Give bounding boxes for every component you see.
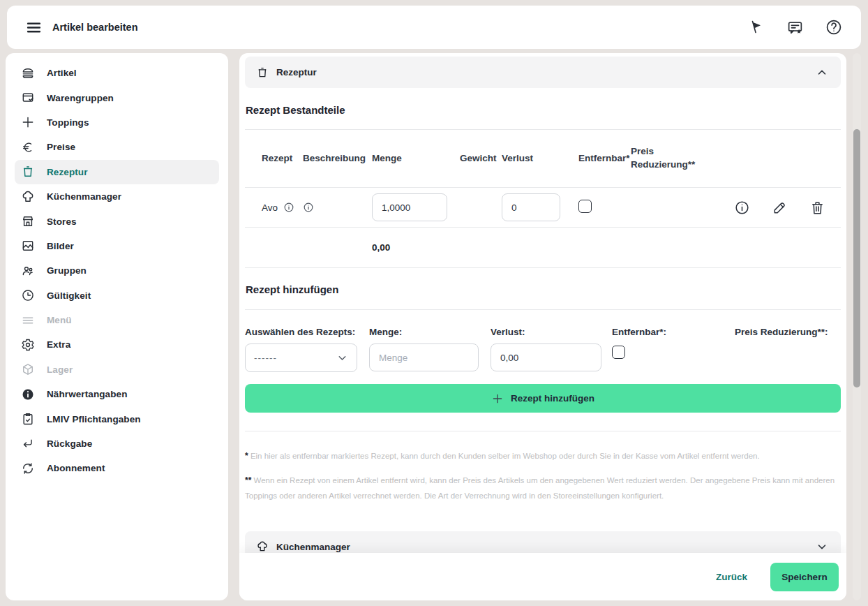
rezept-select-label: Auswählen des Rezepts: [245,327,369,337]
sidebar-item-abonnement[interactable]: Abonnement [15,456,219,480]
add-recipe-button[interactable]: Rezept hinzufügen [245,384,841,413]
sidebar-item-label: Bilder [47,241,74,251]
sidebar-item-label: Küchenmanager [47,191,121,202]
menge-form-input[interactable] [369,343,479,371]
help-icon[interactable] [825,18,843,36]
sidebar-item-rezeptur[interactable]: Rezeptur [15,160,219,184]
verlust-input[interactable] [502,193,560,221]
sidebar: Artikel Warengruppen Toppings Preise Rez… [6,53,228,600]
plus-icon [491,392,504,405]
hamburger-menu-icon[interactable] [25,19,43,36]
menge-field-label: Menge: [369,327,491,337]
sidebar-item-label: Toppings [47,117,89,128]
store-icon [21,214,35,228]
sidebar-item-label: Lager [47,364,73,375]
edit-pencil-icon[interactable] [772,200,788,216]
section-title-hinzufuegen: Rezept hinzufügen [245,283,841,295]
section-title-bestandteile: Rezept Bestandteile [245,104,841,116]
sidebar-item-gruppen[interactable]: Gruppen [15,258,219,283]
recipe-table-row: Avo [245,187,841,228]
sidebar-item-kuechenmanager[interactable]: Küchenmanager [15,184,219,209]
sidebar-item-label: Gültigkeit [47,290,91,301]
sidebar-item-label: Preise [47,142,75,152]
preis-field-label: Preis Reduzierung**: [735,327,841,337]
sidebar-item-toppings[interactable]: Toppings [15,110,219,135]
sidebar-item-lager: Lager [15,357,219,382]
sidebar-item-artikel[interactable]: Artikel [15,61,219,85]
sidebar-item-label: Rückgabe [47,438,92,449]
sidebar-item-gueltigkeit[interactable]: Gültigkeit [15,283,219,308]
col-header-rezept: Rezept [262,152,303,165]
pot-icon [256,66,269,79]
page-title: Artikel bearbeiten [52,22,138,33]
accordion-title: Rezeptur [276,67,317,77]
top-bar: Artikel bearbeiten [7,6,861,49]
burger-icon [21,66,35,80]
feedback-chat-icon[interactable] [786,19,804,36]
add-recipe-button-label: Rezept hinzufügen [511,393,594,404]
entfernbar-field-label: Entfernbar*: [612,327,735,337]
plus-icon [21,115,35,129]
info-icon[interactable] [303,202,314,213]
box-check-icon [21,91,35,105]
chevron-up-icon [816,66,828,79]
footnote-marker: ** [245,475,251,485]
accordion-title: Küchenmanager [276,542,350,552]
total-menge: 0,00 [372,242,460,253]
sidebar-item-label: Rezeptur [47,167,88,177]
sidebar-item-label: Abonnement [47,463,105,473]
sidebar-item-label: LMIV Pflichtangaben [47,414,141,424]
image-icon [21,239,35,253]
euro-icon [21,140,35,154]
sidebar-item-preise[interactable]: Preise [15,135,219,159]
chevron-down-icon [816,540,828,553]
return-icon [21,437,35,451]
sidebar-item-menue: Menü [15,308,219,332]
rezept-select-value: ------ [254,353,277,363]
cube-icon [21,362,35,376]
sidebar-item-label: Extra [47,339,70,350]
sidebar-item-label: Warengruppen [47,93,114,103]
entfernbar-checkbox[interactable] [578,200,592,213]
chef-hat-icon [256,540,269,553]
col-header-beschreibung: Beschreibung [303,152,372,165]
delete-trash-icon[interactable] [809,200,825,216]
menu-lines-icon [21,313,35,327]
menge-input[interactable] [372,193,447,221]
chef-hat-icon [21,190,35,204]
footnote-preis: ** Wenn ein Rezept von einem Artikel ent… [245,473,841,503]
col-header-preis-reduzierung: Preis Reduzierung** [631,145,714,172]
sidebar-item-lmiv[interactable]: LMIV Pflichtangaben [15,406,219,431]
gear-icon [21,338,35,352]
scrollbar-thumb[interactable] [853,129,860,387]
recipe-name: Avo [262,202,278,213]
sidebar-item-label: Menü [47,315,72,325]
sidebar-item-warengruppen[interactable]: Warengruppen [15,85,219,110]
chevron-down-icon [336,352,348,364]
sidebar-item-label: Nährwertangaben [47,389,128,399]
sidebar-item-extra[interactable]: Extra [15,332,219,357]
verlust-form-input[interactable] [491,343,601,371]
main-panel: Rezeptur Rezept Bestandteile Rezept Besc… [239,53,846,600]
accordion-rezeptur[interactable]: Rezeptur [245,57,841,88]
back-button[interactable]: Zurück [716,572,747,582]
clock-icon [21,288,35,302]
sidebar-item-stores[interactable]: Stores [15,209,219,233]
footnote-marker: * [245,451,248,461]
col-header-gewicht: Gewicht [460,152,502,165]
sidebar-item-label: Gruppen [47,265,87,276]
flag-icon[interactable] [749,19,765,36]
rezept-select[interactable]: ------ [245,343,357,372]
sidebar-item-naehrwertangaben[interactable]: Nährwertangaben [15,382,219,406]
sidebar-item-label: Stores [47,216,77,227]
form-footer: Zurück Speichern [239,553,846,600]
col-header-entfernbar: Entfernbar* [578,152,631,165]
sidebar-item-bilder[interactable]: Bilder [15,234,219,258]
row-info-icon[interactable] [734,200,750,216]
entfernbar-form-checkbox[interactable] [612,346,625,359]
add-recipe-form: Auswählen des Rezepts: ------ Menge: Ver… [245,327,841,372]
sidebar-item-rueckgabe[interactable]: Rückgabe [15,431,219,456]
clipboard-check-icon [21,412,35,426]
info-icon[interactable] [283,202,294,213]
save-button[interactable]: Speichern [770,563,839,591]
